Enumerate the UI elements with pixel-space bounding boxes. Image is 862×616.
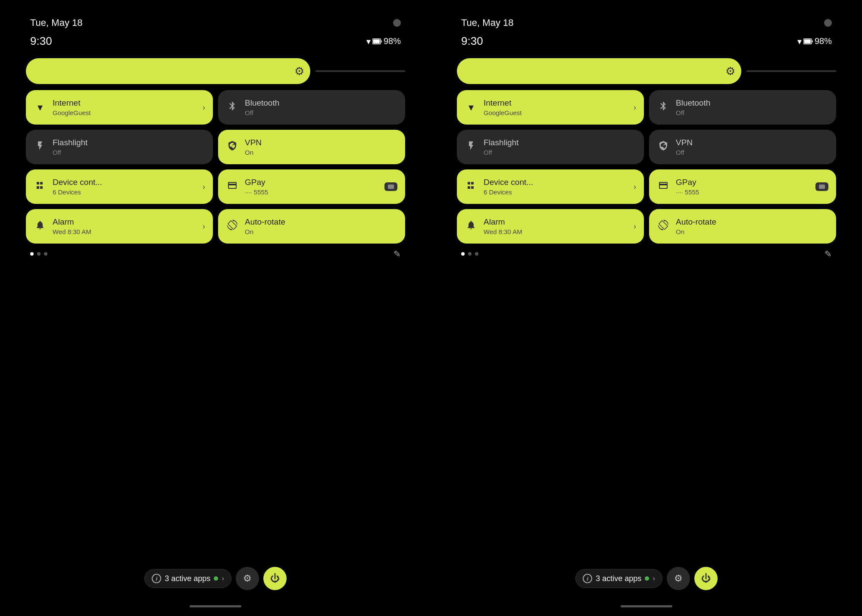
left-gpay-text: GPay ···· 5555 <box>245 178 378 196</box>
left-vpn-title: VPN <box>245 138 397 148</box>
left-device-chevron-icon: › <box>203 182 205 191</box>
right-alarm-subtitle: Wed 8:30 AM <box>484 228 628 235</box>
right-gpay-text: GPay ···· 5555 <box>676 178 809 196</box>
right-panel: Tue, May 18 9:30 ▾ 98% ⚙ <box>431 0 862 616</box>
left-alarm-chevron-icon: › <box>203 222 205 231</box>
left-tile-alarm[interactable]: Alarm Wed 8:30 AM › <box>26 209 213 244</box>
right-brightness-track[interactable] <box>746 70 836 72</box>
left-alarm-icon <box>34 220 47 233</box>
right-gpay-card <box>815 182 828 191</box>
left-bluetooth-text: Bluetooth Off <box>245 98 397 116</box>
left-bluetooth-subtitle: Off <box>245 109 397 116</box>
right-vpn-text: VPN Off <box>676 138 828 156</box>
left-vpn-icon <box>226 141 239 153</box>
svg-rect-4 <box>804 39 811 43</box>
right-brightness-row[interactable]: ⚙ <box>457 58 836 84</box>
left-time-row: 9:30 ▾ 98% <box>26 33 405 50</box>
left-device-title: Device cont... <box>53 178 197 188</box>
left-brightness-track[interactable] <box>315 70 405 72</box>
right-tile-gpay[interactable]: GPay ···· 5555 <box>649 169 836 204</box>
right-camera-dot <box>824 19 832 27</box>
left-power-button[interactable]: ⏻ <box>263 567 287 590</box>
left-dot-2 <box>37 252 41 256</box>
right-status-icons: ▾ 98% <box>797 36 832 47</box>
right-green-dot <box>645 576 649 581</box>
left-green-dot <box>214 576 218 581</box>
left-settings-button[interactable]: ⚙ <box>236 567 259 590</box>
left-brightness-row[interactable]: ⚙ <box>26 58 405 84</box>
left-flashlight-icon <box>34 141 47 153</box>
right-autorotate-icon <box>657 220 670 233</box>
right-settings-button[interactable]: ⚙ <box>667 567 690 590</box>
right-alarm-icon <box>465 220 478 233</box>
left-card-chip <box>388 184 394 189</box>
right-tile-alarm[interactable]: Alarm Wed 8:30 AM › <box>457 209 644 244</box>
right-date: Tue, May 18 <box>461 17 513 28</box>
right-info-icon: i <box>583 574 592 583</box>
left-flashlight-title: Flashlight <box>53 138 205 148</box>
right-time-row: 9:30 ▾ 98% <box>457 33 836 50</box>
right-brightness-pill[interactable]: ⚙ <box>457 58 741 84</box>
right-vpn-title: VPN <box>676 138 828 148</box>
right-battery-pct: 98% <box>815 36 832 46</box>
right-settings-icon: ⚙ <box>674 573 683 584</box>
svg-rect-2 <box>381 40 381 42</box>
left-internet-subtitle: GoogleGuest <box>53 109 197 116</box>
right-edit-icon[interactable]: ✎ <box>825 249 832 259</box>
left-pagination-dots <box>30 252 47 256</box>
right-autorotate-text: Auto-rotate On <box>676 217 828 235</box>
left-tile-internet[interactable]: ▾ Internet GoogleGuest › <box>26 90 213 125</box>
left-battery-icon <box>372 38 382 44</box>
right-device-text: Device cont... 6 Devices <box>484 178 628 196</box>
right-tile-flashlight[interactable]: Flashlight Off <box>457 130 644 164</box>
right-bottom-bar: i 3 active apps › ⚙ ⏻ <box>431 567 862 590</box>
left-gpay-icon <box>226 180 239 193</box>
left-tile-autorotate[interactable]: Auto-rotate On <box>218 209 405 244</box>
right-alarm-chevron-icon: › <box>634 222 636 231</box>
left-alarm-title: Alarm <box>53 217 197 227</box>
panels-container: Tue, May 18 9:30 ▾ 98% ⚙ <box>0 0 862 616</box>
left-status-bar: Tue, May 18 <box>26 13 405 28</box>
right-tile-device[interactable]: Device cont... 6 Devices › <box>457 169 644 204</box>
right-device-subtitle: 6 Devices <box>484 188 628 196</box>
right-time: 9:30 <box>461 34 483 48</box>
left-tile-bluetooth[interactable]: Bluetooth Off <box>218 90 405 125</box>
left-tile-flashlight[interactable]: Flashlight Off <box>26 130 213 164</box>
left-info-icon: i <box>152 574 161 583</box>
left-tile-device[interactable]: Device cont... 6 Devices › <box>26 169 213 204</box>
right-alarm-title: Alarm <box>484 217 628 227</box>
right-dots-row: ✎ <box>457 249 836 259</box>
right-tile-bluetooth[interactable]: Bluetooth Off <box>649 90 836 125</box>
left-date: Tue, May 18 <box>30 17 82 28</box>
right-autorotate-subtitle: On <box>676 228 828 235</box>
left-tile-vpn[interactable]: VPN On <box>218 130 405 164</box>
left-dot-3 <box>44 252 47 256</box>
left-camera-dot <box>393 19 401 27</box>
right-tile-autorotate[interactable]: Auto-rotate On <box>649 209 836 244</box>
left-autorotate-icon <box>226 220 239 233</box>
left-brightness-pill[interactable]: ⚙ <box>26 58 310 84</box>
right-device-icon <box>465 180 478 193</box>
right-tile-internet[interactable]: ▾ Internet GoogleGuest › <box>457 90 644 125</box>
right-flashlight-subtitle: Off <box>484 149 636 156</box>
left-autorotate-text: Auto-rotate On <box>245 217 397 235</box>
left-bottom-bar: i 3 active apps › ⚙ ⏻ <box>0 567 431 590</box>
left-power-icon: ⏻ <box>270 573 280 584</box>
right-dot-3 <box>475 252 478 256</box>
left-active-apps-pill[interactable]: i 3 active apps › <box>144 569 231 588</box>
left-time: 9:30 <box>30 34 52 48</box>
right-internet-text: Internet GoogleGuest <box>484 98 628 116</box>
right-gpay-title: GPay <box>676 178 809 188</box>
right-wifi-tile-icon: ▾ <box>465 101 478 113</box>
left-vpn-text: VPN On <box>245 138 397 156</box>
left-tile-gpay[interactable]: GPay ···· 5555 <box>218 169 405 204</box>
right-active-apps-pill[interactable]: i 3 active apps › <box>575 569 662 588</box>
right-tile-vpn[interactable]: VPN Off <box>649 130 836 164</box>
left-device-text: Device cont... 6 Devices <box>53 178 197 196</box>
right-bluetooth-subtitle: Off <box>676 109 828 116</box>
svg-rect-1 <box>373 39 380 43</box>
left-edit-icon[interactable]: ✎ <box>394 249 401 259</box>
right-power-button[interactable]: ⏻ <box>694 567 718 590</box>
right-autorotate-title: Auto-rotate <box>676 217 828 227</box>
left-alarm-subtitle: Wed 8:30 AM <box>53 228 197 235</box>
